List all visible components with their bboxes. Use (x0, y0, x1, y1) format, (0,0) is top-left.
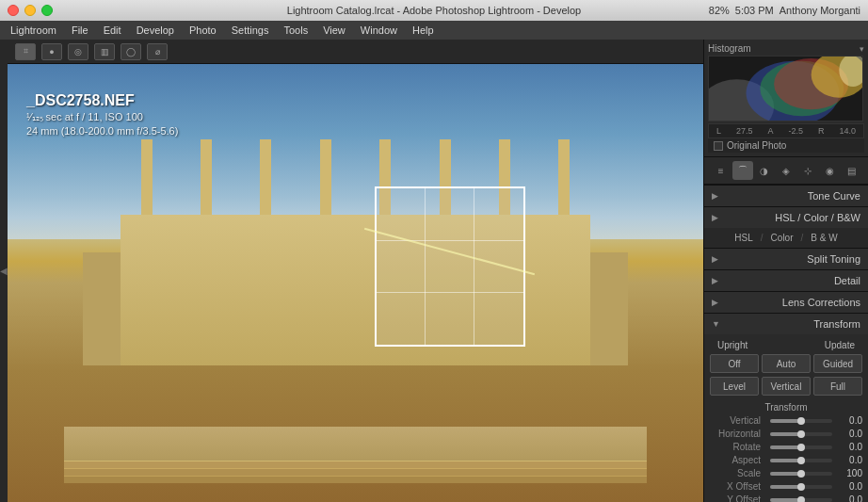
detail-section: ▶ Detail (704, 269, 868, 291)
scale-slider-row: Scale 100 (710, 468, 862, 478)
adjustment-brush-button[interactable]: ⌀ (147, 43, 168, 60)
detail-header[interactable]: ▶ Detail (704, 270, 868, 291)
transform-sub-title: Transform (710, 399, 862, 415)
hist-a-value: -2.5 (788, 126, 803, 136)
stairs (64, 427, 647, 483)
hist-r-label: R (818, 126, 825, 136)
building-area (83, 149, 628, 384)
center-area: ⌗ ● ◎ ▥ ◯ ⌀ (8, 40, 703, 502)
menu-file[interactable]: File (65, 24, 95, 37)
menu-edit[interactable]: Edit (97, 24, 128, 37)
username: Anthony Morganti (780, 5, 860, 16)
battery-indicator: 82% (709, 5, 730, 16)
full-button[interactable]: Full (813, 377, 862, 396)
scale-thumb (797, 470, 805, 478)
scale-label: Scale (710, 468, 766, 478)
spot-heal-tool-button[interactable]: ● (41, 43, 62, 60)
vertical-slider[interactable] (770, 419, 832, 423)
transform-icon[interactable]: ▤ (841, 161, 861, 180)
yoffset-label: Y Offset (710, 494, 766, 502)
image-canvas[interactable]: _DSC2758.NEF ¹⁄₁₂₅ sec at f / 11, ISO 10… (8, 64, 703, 502)
guided-button[interactable]: Guided (813, 354, 862, 373)
crop-grid-v2 (474, 188, 474, 345)
menu-settings[interactable]: Settings (225, 24, 276, 37)
hsl-panel-icon[interactable]: ◑ (754, 161, 775, 180)
split-tone-icon[interactable]: ◈ (776, 161, 796, 180)
gradient-filter-button[interactable]: ▥ (94, 43, 115, 60)
split-toning-header[interactable]: ▶ Split Toning (704, 249, 868, 269)
tone-curve-header[interactable]: ▶ Tone Curve (704, 186, 868, 206)
transform-controls: Upright Update Off Auto Guided Level Ver… (704, 334, 868, 502)
clock: 5:03 PM (735, 5, 774, 16)
xoffset-thumb (797, 483, 805, 491)
basic-panel-icon[interactable]: ≡ (711, 161, 731, 180)
hsl-section: ▶ HSL / Color / B&W HSL / Color / B & W (704, 206, 868, 248)
menu-tools[interactable]: Tools (277, 24, 314, 37)
yoffset-thumb (797, 496, 805, 503)
horizontal-thumb (797, 430, 805, 438)
menu-develop[interactable]: Develop (130, 24, 181, 37)
hsl-sep-1: / (761, 233, 764, 243)
tone-curve-section: ▶ Tone Curve (704, 185, 868, 206)
maximize-button[interactable] (41, 5, 53, 16)
lens-icon[interactable]: ◉ (819, 161, 840, 180)
detail-icon[interactable]: ⊹ (797, 161, 818, 180)
crop-tool-button[interactable]: ⌗ (15, 43, 36, 60)
redeye-tool-button[interactable]: ◎ (68, 43, 88, 60)
auto-button[interactable]: Auto (762, 354, 811, 373)
hsl-tab-bw[interactable]: B & W (807, 232, 841, 244)
menu-help[interactable]: Help (406, 24, 441, 37)
menu-view[interactable]: View (316, 24, 352, 37)
develop-toolbar: ⌗ ● ◎ ▥ ◯ ⌀ (8, 40, 703, 64)
yoffset-slider[interactable] (770, 498, 832, 502)
vertical-slider-row: Vertical 0.0 (710, 415, 862, 426)
rotate-slider[interactable] (770, 445, 832, 449)
lens-corrections-header[interactable]: ▶ Lens Corrections (704, 292, 868, 313)
rotate-value: 0.0 (836, 442, 862, 452)
horizontal-slider[interactable] (770, 432, 832, 436)
menu-photo[interactable]: Photo (183, 24, 223, 37)
horizontal-slider-row: Horizontal 0.0 (710, 429, 862, 439)
transform-header[interactable]: ▼ Transform (704, 314, 868, 334)
hsl-tabs-row: HSL / Color / B & W (704, 228, 868, 248)
detail-title: Detail (724, 275, 860, 286)
detail-arrow: ▶ (712, 276, 718, 285)
original-photo-checkbox[interactable] (714, 141, 723, 151)
hsl-header[interactable]: ▶ HSL / Color / B&W (704, 207, 868, 228)
aspect-slider[interactable] (770, 459, 832, 462)
crop-grid-h2 (377, 292, 523, 293)
left-arrow-icon: ◀ (0, 266, 8, 276)
close-button[interactable] (8, 5, 19, 16)
hsl-tab-color[interactable]: Color (767, 232, 797, 244)
vertical-button[interactable]: Vertical (762, 377, 811, 396)
yoffset-slider-row: Y Offset 0.0 (710, 494, 862, 502)
histogram-title: Histogram (708, 43, 751, 54)
transform-panel-section: ▼ Transform Upright Update Off Auto Guid… (704, 313, 868, 502)
rotate-slider-row: Rotate 0.0 (710, 442, 862, 452)
hsl-title: HSL / Color / B&W (724, 212, 860, 223)
menu-lightroom[interactable]: Lightroom (4, 24, 63, 37)
left-panel-toggle[interactable]: ◀ (0, 40, 8, 502)
histogram-section: Histogram ▾ (704, 40, 868, 156)
right-wing (590, 252, 628, 365)
scale-slider[interactable] (770, 472, 832, 476)
tone-curve-icon[interactable]: ⌒ (732, 161, 753, 180)
upright-buttons-row1: Off Auto Guided (710, 354, 862, 373)
scale-value: 100 (836, 468, 862, 478)
hist-r-value: 14.0 (839, 126, 856, 136)
hsl-tab-hsl[interactable]: HSL (731, 232, 756, 244)
horizontal-value: 0.0 (836, 429, 862, 439)
transform-title: Transform (726, 318, 860, 330)
level-button[interactable]: Level (710, 377, 759, 396)
menu-window[interactable]: Window (354, 24, 404, 37)
radial-filter-button[interactable]: ◯ (121, 43, 141, 60)
off-button[interactable]: Off (710, 354, 759, 373)
xoffset-slider-row: X Offset 0.0 (710, 481, 862, 492)
yoffset-value: 0.0 (836, 494, 862, 502)
tone-curve-arrow: ▶ (712, 191, 718, 201)
transform-arrow: ▼ (712, 319, 720, 329)
minimize-button[interactable] (24, 5, 36, 16)
aspect-label: Aspect (710, 455, 766, 465)
crop-overlay[interactable] (375, 186, 525, 347)
xoffset-slider[interactable] (770, 485, 832, 489)
